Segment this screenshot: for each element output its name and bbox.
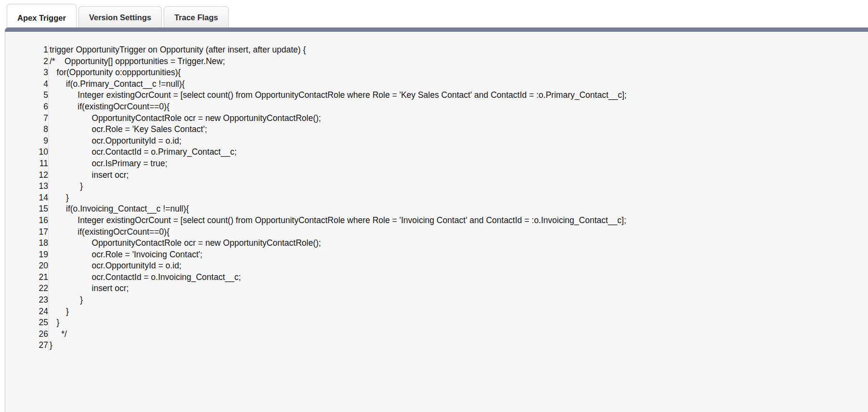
- code-text: ocr.OpportunityId = o.id;: [49, 135, 181, 147]
- code-line: 24 }: [5, 306, 868, 318]
- code-line: 5 Integer existingOcrCount = [select cou…: [5, 90, 868, 101]
- code-text: trigger OpportunityTrigger on Opportunit…: [49, 44, 306, 56]
- code-line: 13 }: [5, 181, 868, 192]
- line-number: 19: [5, 249, 49, 261]
- line-number: 8: [5, 124, 49, 135]
- code-text: ocr.OpportunityId = o.id;: [49, 260, 181, 272]
- line-number: 2: [5, 56, 49, 67]
- code-line: 9 ocr.OpportunityId = o.id;: [5, 135, 868, 147]
- code-text: OpportunityContactRole ocr = new Opportu…: [49, 238, 321, 249]
- line-number: 1: [5, 44, 49, 56]
- line-number: 23: [5, 294, 49, 306]
- code-text: if(o.Invoicing_Contact__c !=null){: [49, 203, 189, 215]
- line-number: 10: [5, 146, 49, 158]
- code-line: 4 if(o.Primary_Contact__c !=null){: [5, 79, 868, 90]
- apex-trigger-panel: 1 trigger OpportunityTrigger on Opportun…: [5, 32, 868, 412]
- code-line: 7 OpportunityContactRole ocr = new Oppor…: [5, 113, 868, 124]
- code-line: 16 Integer existingOcrCount = [select co…: [5, 215, 868, 226]
- code-text: Integer existingOcrCount = [select count…: [49, 90, 627, 101]
- line-number: 25: [5, 317, 49, 329]
- code-text: }: [49, 294, 83, 306]
- line-number: 27: [5, 340, 49, 351]
- line-number: 15: [5, 203, 49, 215]
- line-number: 17: [5, 226, 49, 238]
- code-line: 17 if(existingOcrCount==0){: [5, 226, 868, 238]
- code-text: }: [49, 181, 83, 192]
- tab-header: Apex Trigger Version Settings Trace Flag…: [0, 0, 868, 32]
- code-text: ocr.IsPrimary = true;: [49, 158, 168, 170]
- line-number: 18: [5, 238, 49, 249]
- code-line: 25 }: [5, 317, 868, 329]
- line-number: 3: [5, 67, 49, 79]
- code-line: 8 ocr.Role = 'Key Sales Contact';: [5, 124, 868, 135]
- code-text: Integer existingOcrCount = [select count…: [49, 215, 626, 226]
- code-line: 20 ocr.OpportunityId = o.id;: [5, 260, 868, 272]
- code-line: 10 ocr.ContactId = o.Primary_Contact__c;: [5, 146, 868, 158]
- code-line: 14 }: [5, 192, 868, 204]
- code-viewer[interactable]: 1 trigger OpportunityTrigger on Opportun…: [5, 32, 868, 351]
- code-text: ocr.Role = 'Invoicing Contact';: [49, 249, 202, 261]
- code-line: 11 ocr.IsPrimary = true;: [5, 158, 868, 170]
- code-text: }: [49, 317, 59, 329]
- code-line: 15 if(o.Invoicing_Contact__c !=null){: [5, 203, 868, 215]
- code-line: 2 /* Opportunity[] oppportunities = Trig…: [5, 56, 868, 67]
- code-line: 12 insert ocr;: [5, 170, 868, 181]
- line-number: 26: [5, 329, 49, 340]
- code-text: insert ocr;: [49, 283, 129, 294]
- code-line: 6 if(existingOcrCount==0){: [5, 101, 868, 113]
- code-line: 21 ocr.ContactId = o.Invoicing_Contact__…: [5, 272, 868, 283]
- code-text: if(existingOcrCount==0){: [49, 101, 169, 113]
- code-line: 22 insert ocr;: [5, 283, 868, 294]
- line-number: 7: [5, 113, 49, 124]
- code-text: */: [49, 329, 67, 340]
- code-text: ocr.Role = 'Key Sales Contact';: [49, 124, 207, 135]
- apex-trigger-page: Apex Trigger Version Settings Trace Flag…: [0, 0, 868, 412]
- line-number: 11: [5, 158, 49, 170]
- code-line: 26 */: [5, 329, 868, 340]
- line-number: 6: [5, 101, 49, 113]
- code-text: }: [49, 306, 69, 318]
- code-text: ocr.ContactId = o.Invoicing_Contact__c;: [49, 272, 241, 283]
- line-number: 22: [5, 283, 49, 294]
- line-number: 24: [5, 306, 49, 318]
- code-line: 23 }: [5, 294, 868, 306]
- tab-accent-bar: [5, 27, 868, 32]
- code-line: 1 trigger OpportunityTrigger on Opportun…: [5, 44, 868, 56]
- line-number: 5: [5, 90, 49, 101]
- code-text: if(existingOcrCount==0){: [49, 226, 169, 238]
- code-text: ocr.ContactId = o.Primary_Contact__c;: [49, 146, 237, 158]
- tab-label: Trace Flags: [174, 13, 218, 22]
- code-text: OpportunityContactRole ocr = new Opportu…: [49, 113, 321, 124]
- tab-label: Version Settings: [89, 13, 151, 22]
- code-text: }: [49, 192, 69, 204]
- tab-version-settings[interactable]: Version Settings: [78, 6, 162, 28]
- tab-trace-flags[interactable]: Trace Flags: [164, 6, 229, 28]
- line-number: 13: [5, 181, 49, 192]
- line-number: 16: [5, 215, 49, 226]
- code-line: 27 }: [5, 340, 868, 351]
- code-text: insert ocr;: [49, 170, 129, 181]
- code-line: 19 ocr.Role = 'Invoicing Contact';: [5, 249, 868, 261]
- line-number: 12: [5, 170, 49, 181]
- code-line: 3 for(Opportunity o:oppportunities){: [5, 67, 868, 79]
- line-number: 21: [5, 272, 49, 283]
- line-number: 14: [5, 192, 49, 204]
- code-text: /* Opportunity[] oppportunities = Trigge…: [49, 56, 225, 67]
- line-number: 20: [5, 260, 49, 272]
- line-number: 4: [5, 79, 49, 90]
- code-text: }: [49, 340, 52, 351]
- tab-label: Apex Trigger: [17, 13, 66, 23]
- line-number: 9: [5, 135, 49, 147]
- code-text: for(Opportunity o:oppportunities){: [49, 67, 181, 79]
- code-line: 18 OpportunityContactRole ocr = new Oppo…: [5, 238, 868, 249]
- code-text: if(o.Primary_Contact__c !=null){: [49, 79, 185, 90]
